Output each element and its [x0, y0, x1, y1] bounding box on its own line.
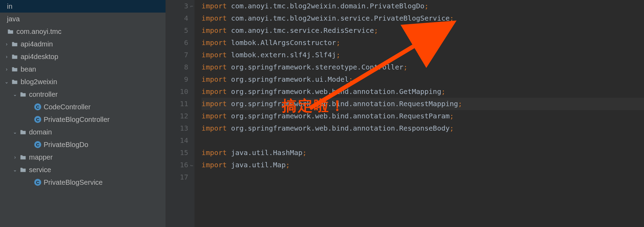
tree-class-item[interactable]: CPrivateBlogController — [0, 113, 166, 126]
code-line[interactable]: import lombok.AllArgsConstructor; — [202, 37, 644, 49]
keyword: import — [202, 124, 227, 132]
folder-icon — [11, 66, 18, 73]
tree-arrow-icon[interactable]: › — [4, 66, 9, 72]
keyword: import — [202, 100, 227, 108]
tree-folder-item[interactable]: ⌄domain — [0, 126, 166, 138]
keyword: import — [202, 75, 227, 83]
keyword: import — [202, 87, 227, 96]
line-number: 4 — [180, 12, 188, 24]
import-path: org.springframework.ui.Model — [227, 75, 349, 83]
tree-folder-item[interactable]: ›api4desktop — [0, 50, 166, 63]
tree-item-label: domain — [29, 128, 52, 136]
code-area[interactable]: 搞定啦！ import com.anoyi.tmc.blog2weixin.do… — [195, 0, 644, 227]
import-path: org.springframework.web.bind.annotation.… — [227, 124, 449, 132]
keyword: import — [202, 161, 227, 169]
import-path: lombok.AllArgsConstructor — [227, 38, 336, 47]
code-line[interactable]: import com.anoyi.tmc.blog2weixin.domain.… — [202, 0, 644, 12]
line-number: 11 — [180, 98, 188, 110]
tree-folder-item[interactable]: ⌄service — [0, 163, 166, 176]
import-path: com.anoyi.tmc.blog2weixin.domain.Private… — [227, 2, 424, 10]
semicolon: ; — [374, 26, 378, 35]
tree-folder-item[interactable]: ›bean — [0, 63, 166, 75]
line-number: 17 — [180, 171, 188, 183]
code-line[interactable]: import org.springframework.web.bind.anno… — [202, 98, 644, 110]
semicolon: ; — [336, 38, 340, 47]
tree-item-label: mapper — [29, 153, 53, 161]
tree-arrow-icon[interactable]: › — [4, 54, 9, 59]
tree-folder-item[interactable]: ⌄controller — [0, 88, 166, 101]
line-number: 5 — [180, 24, 188, 37]
tree-class-item[interactable]: CCodeController — [0, 101, 166, 113]
code-line[interactable]: import org.springframework.web.bind.anno… — [202, 110, 644, 122]
code-line[interactable]: import com.anoyi.tmc.service.RedisServic… — [202, 24, 644, 37]
code-line[interactable]: import com.anoyi.tmc.blog2weixin.service… — [202, 12, 644, 24]
tree-item-label: controller — [29, 90, 58, 98]
folder-icon — [20, 129, 27, 136]
import-path: org.springframework.web.bind.annotation.… — [227, 112, 449, 120]
tree-class-item[interactable]: CPrivateBlogDo — [0, 138, 166, 151]
line-number: 10 — [180, 86, 188, 98]
code-line[interactable]: import java.util.HashMap; — [202, 147, 644, 159]
code-editor[interactable]: 3⌐45678910111213141516⌙17 搞定啦！ import co… — [166, 0, 644, 227]
tree-item-label: in — [7, 2, 13, 10]
code-line[interactable] — [202, 171, 644, 183]
tree-item-label: java — [7, 15, 20, 23]
tree-folder-item[interactable]: ›api4admin — [0, 38, 166, 50]
line-number: 8 — [180, 61, 188, 73]
semicolon: ; — [403, 63, 408, 71]
project-tree[interactable]: injavacom.anoyi.tmc›api4admin›api4deskto… — [0, 0, 166, 227]
semicolon: ; — [450, 124, 454, 132]
folder-icon — [20, 166, 27, 173]
line-number: 7 — [180, 49, 188, 61]
tree-arrow-icon[interactable]: ⌄ — [13, 91, 17, 97]
tree-class-item[interactable]: CPrivateBlogService — [0, 176, 166, 189]
tree-folder-item[interactable]: java — [0, 13, 166, 25]
keyword: import — [202, 148, 227, 157]
folder-icon — [20, 91, 27, 98]
class-icon: C — [34, 116, 41, 123]
folder-icon — [11, 53, 18, 60]
tree-arrow-icon[interactable]: ⌄ — [13, 129, 17, 135]
code-line[interactable]: import org.springframework.web.bind.anno… — [202, 122, 644, 134]
tree-arrow-icon[interactable]: ⌄ — [13, 167, 17, 173]
semicolon: ; — [302, 148, 307, 157]
tree-folder-item[interactable]: ›mapper — [0, 151, 166, 163]
fold-close-icon[interactable]: ⌙ — [189, 163, 193, 167]
semicolon: ; — [349, 75, 353, 83]
folder-icon — [11, 41, 18, 47]
import-path: com.anoyi.tmc.blog2weixin.service.Privat… — [227, 14, 449, 22]
code-line[interactable]: import lombok.extern.slf4j.Slf4j; — [202, 49, 644, 61]
folder-icon — [11, 78, 18, 85]
tree-item-label: api4desktop — [21, 53, 58, 61]
semicolon: ; — [441, 87, 445, 96]
keyword: import — [202, 51, 227, 59]
line-number: 16⌙ — [180, 159, 188, 171]
code-line[interactable]: import org.springframework.web.bind.anno… — [202, 86, 644, 98]
tree-arrow-icon[interactable]: › — [4, 41, 9, 47]
code-line[interactable] — [202, 134, 644, 147]
tree-arrow-icon[interactable]: ⌄ — [4, 79, 9, 85]
class-icon: C — [34, 103, 41, 110]
semicolon: ; — [424, 2, 429, 10]
import-path: java.util.Map — [227, 161, 286, 169]
import-path: org.springframework.web.bind.annotation.… — [227, 87, 441, 96]
semicolon: ; — [458, 100, 462, 108]
tree-folder-item[interactable]: com.anoyi.tmc — [0, 25, 166, 38]
keyword: import — [202, 63, 227, 71]
code-line[interactable]: import org.springframework.ui.Model; — [202, 73, 644, 86]
code-line[interactable]: import org.springframework.stereotype.Co… — [202, 61, 644, 73]
line-number: 12 — [180, 110, 188, 122]
line-number: 6 — [180, 37, 188, 49]
tree-folder-item[interactable]: in — [0, 0, 166, 13]
fold-open-icon[interactable]: ⌐ — [189, 4, 193, 8]
tree-folder-item[interactable]: ⌄blog2weixin — [0, 75, 166, 88]
keyword: import — [202, 26, 227, 35]
keyword: import — [202, 38, 227, 47]
tree-item-label: PrivateBlogController — [44, 116, 110, 124]
tree-item-label: com.anoyi.tmc — [16, 28, 61, 36]
line-number: 9 — [180, 73, 188, 86]
import-path: com.anoyi.tmc.service.RedisService — [227, 26, 374, 35]
code-line[interactable]: import java.util.Map; — [202, 159, 644, 171]
folder-icon — [7, 28, 14, 35]
tree-arrow-icon[interactable]: › — [13, 154, 17, 160]
